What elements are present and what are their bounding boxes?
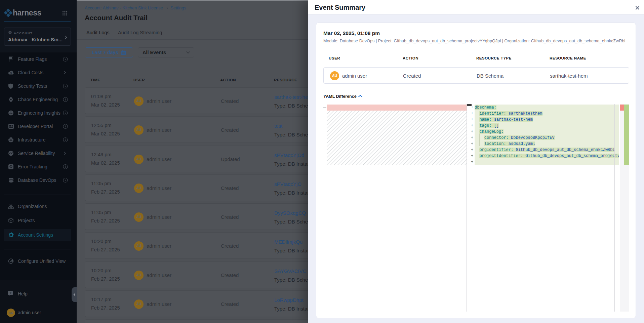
svg-text:$: $ xyxy=(10,72,12,75)
svg-text:?: ? xyxy=(10,291,12,295)
